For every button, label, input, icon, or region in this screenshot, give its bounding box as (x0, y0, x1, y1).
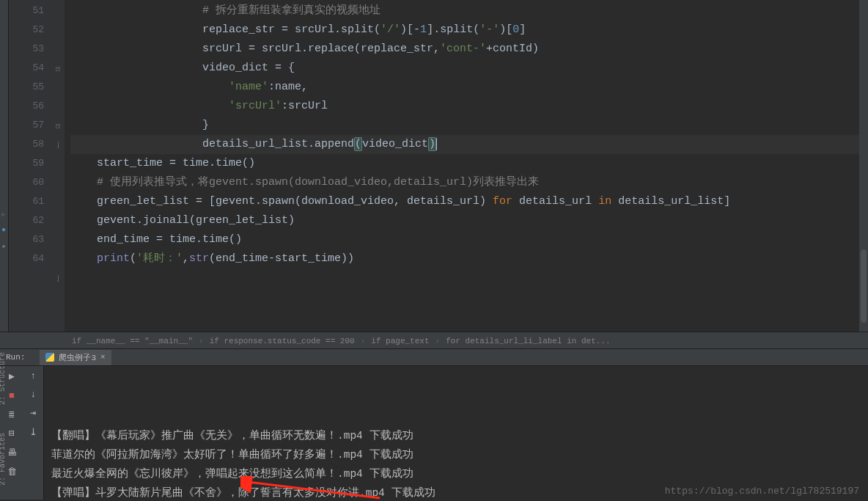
python-file-icon (45, 353, 54, 362)
print-icon[interactable]: 🖶 (6, 447, 18, 458)
down-icon[interactable]: ↓ (31, 389, 37, 400)
scroll-icon[interactable]: ⤓ (29, 426, 37, 438)
console-line: 菲道尔的《阿拉斯加海湾》太好听了！单曲循环了好多遍！.mp4 下载成功 (51, 445, 861, 464)
console-line: 【翻唱】《幕后玩家》推广曲《无关》，单曲循环无数遍！.mp4 下载成功 (51, 426, 861, 445)
delete-icon[interactable]: 🗑 (6, 466, 18, 478)
fold-handle-icon[interactable]: ⊟ (56, 65, 60, 73)
breadcrumb-item[interactable]: if page_text (369, 337, 430, 345)
structure-tool-label[interactable]: 2: Structure (0, 352, 7, 405)
scrollbar-thumb[interactable] (861, 249, 867, 323)
fold-end-icon[interactable]: ⌋ (56, 274, 60, 283)
breadcrumb-bar: if __name__ == "__main__"›if response.st… (0, 332, 868, 349)
watermark-text: https://blog.csdn.net/lgl782519197 (665, 486, 859, 497)
layout-icon[interactable]: ≣ (6, 409, 18, 420)
breadcrumb-item[interactable]: if response.status_code == 200 (208, 337, 356, 345)
close-tab-icon[interactable]: × (100, 353, 106, 362)
editor-area: ▶ ● ⬥ 5152535455565758596061626364 ⊟ ⊟ ⌋… (0, 0, 868, 332)
fold-gutter: ⊟ ⊟ ⌋ ⌋ (54, 0, 65, 332)
fold-end-icon[interactable]: ⊟ (56, 122, 60, 131)
line-number-gutter: 5152535455565758596061626364 (9, 0, 54, 332)
breadcrumb-item[interactable]: if __name__ == "__main__" (70, 337, 194, 345)
run-tab-name: 爬虫例子3 (59, 352, 96, 363)
run-triangle-icon[interactable]: ▶ (1, 210, 6, 219)
run-tab[interactable]: 爬虫例子3 × (40, 350, 111, 365)
breadcrumb-item[interactable]: for details_url_li_label in det... (444, 337, 611, 345)
run-label: Run: (6, 353, 25, 362)
rerun-icon[interactable]: ▶ (6, 370, 18, 382)
editor-scrollbar[interactable] (859, 0, 868, 332)
left-tool-gutter: ▶ ● ⬥ (0, 0, 9, 332)
console-toolbar-nav: ↑ ↓ ⇥ ⤓ (23, 366, 44, 500)
console-output[interactable]: 【翻唱】《幕后玩家》推广曲《无关》，单曲循环无数遍！.mp4 下载成功菲道尔的《… (44, 366, 868, 500)
up-icon[interactable]: ↑ (31, 370, 37, 381)
favorites-tool-label[interactable]: 2: Favorites (0, 433, 7, 486)
console-line: 最近火爆全网的《忘川彼岸》，弹唱起来没想到这么简单！.mp4 下载成功 (51, 464, 861, 483)
run-toolwindow-header: Run: 爬虫例子3 × (0, 349, 868, 366)
bookmark-marker-icon[interactable]: ⬥ (1, 242, 6, 250)
fold-end-icon[interactable]: ⌋ (56, 141, 60, 150)
code-editor[interactable]: # 拆分重新组装拿到真实的视频地址 replace_str = srcUrl.s… (65, 0, 868, 332)
wrap-icon[interactable]: ⇥ (31, 407, 37, 419)
console-area: ▶ ■ ≣ ⊟ 🖶 🗑 ↑ ↓ ⇥ ⤓ 【翻唱】《幕后玩家》推广曲《无关》，单曲… (0, 366, 868, 500)
debug-marker-icon[interactable]: ● (1, 226, 6, 234)
stop-icon[interactable]: ■ (6, 390, 18, 401)
pin-icon[interactable]: ⊟ (6, 428, 18, 439)
